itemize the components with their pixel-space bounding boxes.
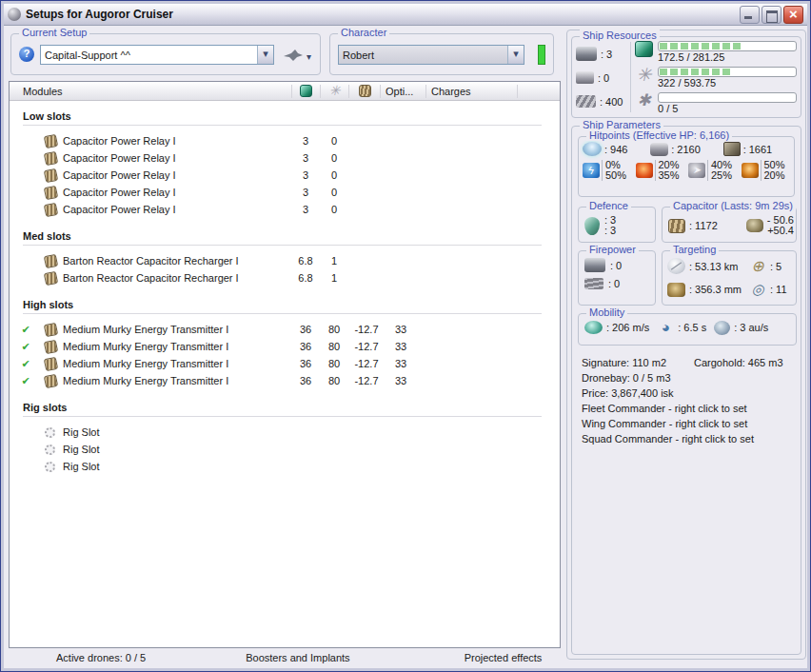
modules-list[interactable]: Modules Opti... Charges Low slotsCapacit… — [9, 81, 561, 648]
shield-icon — [583, 142, 602, 156]
fleet-commander-setting[interactable]: Fleet Commander - right click to set — [582, 401, 797, 416]
slot-group-header: Med slots — [23, 230, 542, 246]
module-stat: 80 — [320, 375, 348, 386]
kinetic-resist-bottom: 25% — [711, 170, 732, 181]
module-stat: 6.8 — [291, 272, 320, 284]
slot-section: Med slotsBarton Reactor Capacitor Rechar… — [10, 230, 560, 287]
module-row[interactable]: Capacitor Power Relay I30 — [10, 149, 560, 167]
ship-menu-button[interactable] — [282, 44, 318, 67]
turret-dps-value: : 0 — [610, 260, 622, 271]
window-title: Setups for Augoror Cruiser — [26, 8, 735, 21]
module-stat: -12.7 — [348, 324, 385, 335]
module-name: Medium Murky Energy Transmitter I — [59, 375, 291, 386]
missile-dps-value: : 0 — [608, 278, 620, 289]
bottom-panels: Active drones: 0 / 5 Boosters and Implan… — [9, 652, 561, 663]
chevron-down-icon[interactable] — [257, 46, 273, 64]
chevron-down-icon[interactable] — [507, 46, 524, 64]
active-drones-label[interactable]: Active drones: 0 / 5 — [56, 652, 146, 663]
minimize-button[interactable] — [740, 6, 760, 24]
ship-parameters-group: Ship Parameters Hitpoints (Effective HP:… — [571, 126, 801, 655]
capacitor-amount-value: : 1172 — [689, 220, 718, 231]
character-combobox[interactable]: Robert — [338, 45, 524, 65]
module-row[interactable]: Rig Slot — [10, 441, 560, 458]
character-label: Character — [338, 27, 389, 38]
module-name: Medium Murky Energy Transmitter I — [59, 341, 291, 352]
cpu-usage-value: 172.5 / 281.25 — [658, 51, 797, 63]
scan-resolution-icon — [667, 283, 685, 297]
maximize-button[interactable] — [762, 6, 781, 24]
price-value: Price: 3,867,400 isk — [582, 385, 797, 401]
module-stat: 1 — [320, 255, 348, 267]
modules-list-header: Modules Opti... Charges — [10, 82, 560, 101]
slot-section: High slotsMedium Murky Energy Transmitte… — [10, 299, 560, 389]
missile-dps-icon — [584, 278, 603, 289]
module-row[interactable]: Barton Reactor Capacitor Recharger I6.81 — [10, 269, 560, 287]
module-icon — [44, 356, 58, 370]
divider — [761, 160, 762, 181]
boosters-implants-label[interactable]: Boosters and Implants — [246, 652, 349, 663]
column-cpu[interactable] — [291, 85, 320, 98]
close-button[interactable] — [783, 6, 803, 24]
module-name: Rig Slot — [59, 444, 291, 455]
module-stat: 3 — [291, 152, 320, 164]
module-stat: 36 — [291, 358, 320, 369]
wing-commander-setting[interactable]: Wing Commander - right click to set — [582, 416, 797, 431]
mobility-group: Mobility : 206 m/s : 6.5 s : 3 au/s — [578, 313, 797, 346]
defence-label: Defence — [586, 200, 631, 211]
module-row[interactable]: Medium Murky Energy Transmitter I3680-12… — [10, 321, 560, 338]
module-name: Medium Murky Energy Transmitter I — [59, 324, 291, 335]
module-row[interactable]: Rig Slot — [10, 458, 560, 475]
module-name: Capacitor Power Relay I — [59, 135, 291, 147]
sensor-strength-value: : 11 — [770, 284, 787, 295]
column-optimal[interactable]: Opti... — [380, 85, 425, 98]
squad-commander-setting[interactable]: Squad Commander - right click to set — [582, 431, 797, 446]
module-stat: 80 — [320, 358, 348, 369]
module-stat: 0 — [320, 187, 348, 198]
module-name: Capacitor Power Relay I — [59, 187, 291, 198]
align-time-icon — [657, 320, 674, 335]
module-icon — [44, 253, 58, 267]
projected-effects-label[interactable]: Projected effects — [465, 652, 543, 663]
targeting-range-icon — [667, 258, 685, 274]
active-check-icon — [10, 324, 42, 336]
slot-section: Rig slotsRig SlotRig SlotRig Slot — [10, 402, 560, 475]
targeting-label: Targeting — [670, 244, 719, 255]
max-velocity-value: : 206 m/s — [606, 322, 649, 333]
explosive-resist-bottom: 20% — [764, 170, 785, 181]
module-row[interactable]: Capacitor Power Relay I30 — [10, 167, 560, 184]
module-icon — [44, 373, 58, 387]
column-powergrid[interactable] — [320, 85, 348, 98]
cargohold-value: Cargohold: 465 m3 — [694, 355, 783, 370]
column-capacitor[interactable] — [348, 85, 380, 98]
character-combobox-value: Robert — [339, 49, 507, 61]
module-row[interactable]: Medium Murky Energy Transmitter I3680-12… — [10, 355, 560, 372]
module-name: Barton Reactor Capacitor Recharger I — [59, 255, 291, 267]
module-row[interactable]: Medium Murky Energy Transmitter I3680-12… — [10, 372, 560, 389]
title-bar[interactable]: Setups for Augoror Cruiser — [4, 4, 807, 26]
capacitor-icon — [359, 85, 371, 97]
powergrid-icon — [329, 85, 341, 97]
turret-hardpoints-value: : 3 — [601, 49, 612, 60]
module-row[interactable]: Barton Reactor Capacitor Recharger I6.81 — [10, 252, 560, 269]
active-check-icon — [10, 375, 42, 387]
module-row[interactable]: Rig Slot — [10, 424, 560, 441]
em-resist-bottom: 50% — [605, 170, 626, 181]
module-icon — [44, 322, 58, 336]
launcher-hardpoint-icon — [576, 71, 594, 84]
cpu-bar — [658, 41, 797, 51]
ship-resources-label: Ship Resources — [580, 30, 660, 41]
module-row[interactable]: Capacitor Power Relay I30 — [10, 201, 560, 218]
column-modules[interactable]: Modules — [10, 85, 291, 98]
module-stat: 80 — [320, 324, 348, 335]
column-charges[interactable]: Charges — [425, 85, 517, 98]
module-stat: 33 — [385, 375, 417, 386]
module-row[interactable]: Medium Murky Energy Transmitter I3680-12… — [10, 338, 560, 355]
capacitor-recharge-icon — [746, 219, 763, 232]
module-row[interactable]: Capacitor Power Relay I30 — [10, 132, 560, 149]
module-stat: 3 — [291, 135, 320, 147]
module-row[interactable]: Capacitor Power Relay I30 — [10, 184, 560, 201]
help-icon[interactable] — [19, 47, 34, 62]
module-stat: 33 — [385, 324, 417, 335]
explosive-resist-icon — [742, 163, 759, 178]
setup-combobox[interactable]: Capital-Support ^^ — [40, 45, 274, 65]
